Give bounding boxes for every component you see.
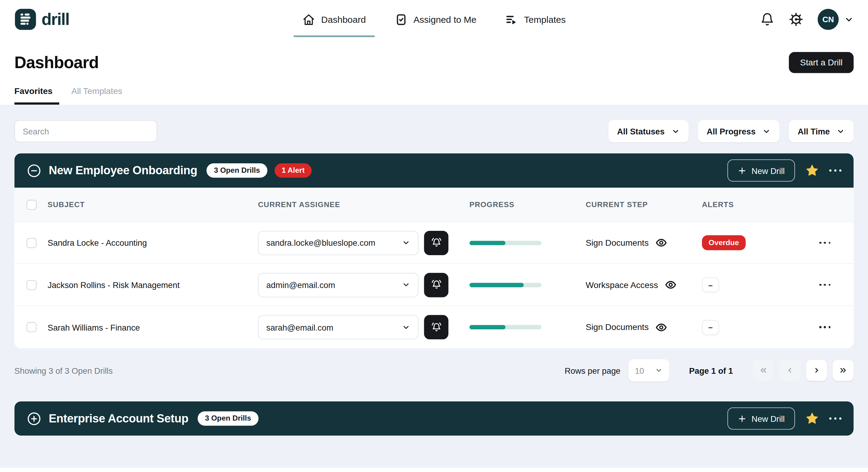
assignee-select[interactable]: sarah@email.com	[258, 315, 418, 339]
filter-row: All Statuses All Progress All Time	[14, 120, 854, 142]
page-title: Dashboard	[14, 53, 98, 72]
brand-logo[interactable]: drill	[14, 8, 69, 30]
avatar: CN	[817, 9, 838, 30]
progress-bar	[470, 325, 542, 329]
no-alert-badge[interactable]: –	[702, 320, 719, 335]
column-header-step: CURRENT STEP	[586, 200, 702, 209]
view-step-eye-icon[interactable]	[655, 321, 668, 334]
page-head: Dashboard Start a Drill	[0, 39, 868, 73]
new-drill-button[interactable]: New Drill	[727, 159, 795, 182]
group-more-menu-icon[interactable]	[829, 169, 841, 172]
no-alert-badge[interactable]: –	[702, 277, 719, 292]
row-menu-cell	[819, 326, 841, 328]
current-step-label: Sign Documents	[586, 238, 649, 248]
next-page-button[interactable]	[806, 360, 827, 381]
row-checkbox[interactable]	[27, 280, 36, 290]
group-header: New Employee Onboarding 3 Open Drills 1 …	[14, 153, 854, 188]
showing-count-text: Showing 3 of 3 Open Drills	[14, 366, 113, 375]
group-actions: New Drill	[727, 159, 841, 182]
column-header-assignee: CURRENT ASSIGNEE	[258, 200, 469, 209]
view-step-eye-icon[interactable]	[664, 279, 677, 291]
group-actions: New Drill	[727, 408, 841, 430]
group-header: Enterprise Account Setup 3 Open Drills N…	[14, 402, 854, 436]
group-enterprise-account-setup: Enterprise Account Setup 3 Open Drills N…	[14, 402, 854, 436]
view-tabs: Favorites All Templates	[0, 86, 868, 105]
top-actions: CN	[760, 9, 854, 30]
row-checkbox[interactable]	[27, 238, 36, 248]
progress-cell	[470, 283, 586, 287]
subject-cell: Sarah Williams - Finance	[48, 322, 258, 332]
nav-item-assigned-to-me[interactable]: Assigned to Me	[395, 0, 476, 39]
chevron-down-icon	[671, 127, 679, 135]
page-indicator: Page 1 of 1	[689, 366, 733, 375]
current-step-cell: Sign Documents	[586, 236, 702, 249]
row-menu-cell	[819, 284, 841, 286]
column-header-subject: SUBJECT	[48, 200, 258, 209]
notifications-bell-icon[interactable]	[760, 12, 774, 27]
open-drills-badge: 3 Open Drills	[198, 411, 258, 426]
table-header-row: SUBJECT CURRENT ASSIGNEE PROGRESS CURREN…	[14, 188, 854, 222]
nav-label: Assigned to Me	[414, 14, 476, 25]
template-list-icon	[505, 13, 518, 26]
notify-assignee-button[interactable]	[424, 273, 448, 297]
last-page-button[interactable]	[833, 360, 854, 381]
user-menu[interactable]: CN	[817, 9, 854, 30]
first-page-button[interactable]	[753, 360, 774, 381]
bell-ring-icon	[430, 237, 442, 249]
tab-favorites[interactable]: Favorites	[14, 86, 52, 105]
row-menu-cell	[819, 242, 841, 244]
progress-filter-label: All Progress	[707, 127, 756, 136]
select-all-checkbox[interactable]	[27, 199, 36, 210]
alerts-cell: Overdue	[702, 235, 819, 250]
alert-badge: 1 Alert	[274, 163, 312, 177]
new-drill-label: New Drill	[751, 166, 785, 175]
progress-filter-dropdown[interactable]: All Progress	[698, 120, 779, 142]
tab-all-templates[interactable]: All Templates	[71, 86, 122, 105]
assignee-select[interactable]: admin@email.com	[258, 273, 418, 297]
statuses-filter-dropdown[interactable]: All Statuses	[608, 120, 688, 142]
chevron-down-icon	[836, 127, 845, 135]
notify-assignee-button[interactable]	[424, 230, 448, 255]
nav-item-templates[interactable]: Templates	[505, 0, 566, 39]
open-drills-badge: 3 Open Drills	[207, 163, 267, 177]
home-icon	[302, 13, 315, 26]
search-input[interactable]	[14, 120, 157, 142]
app-viewport: drill Dashboard Assigned to Me	[0, 0, 868, 472]
previous-page-button[interactable]	[779, 360, 801, 381]
bell-ring-icon	[430, 279, 442, 290]
chevron-down-icon	[402, 281, 410, 289]
view-step-eye-icon[interactable]	[655, 236, 668, 249]
statuses-filter-label: All Statuses	[617, 127, 664, 136]
current-step-cell: Sign Documents	[586, 321, 702, 334]
favorite-star-icon[interactable]	[805, 164, 818, 177]
collapse-circle-minus-icon[interactable]	[27, 163, 41, 178]
row-more-menu-icon[interactable]	[819, 242, 841, 244]
new-drill-button[interactable]: New Drill	[727, 408, 795, 430]
settings-gear-icon[interactable]	[789, 12, 803, 27]
group-new-employee-onboarding: New Employee Onboarding 3 Open Drills 1 …	[14, 153, 854, 348]
start-a-drill-button[interactable]: Start a Drill	[789, 52, 854, 73]
chevron-down-icon	[762, 127, 770, 135]
notify-assignee-button[interactable]	[424, 315, 448, 339]
rows-per-page-select[interactable]: 10	[628, 359, 670, 381]
row-checkbox[interactable]	[27, 322, 36, 332]
group-more-menu-icon[interactable]	[829, 417, 841, 420]
assignee-select[interactable]: sandra.locke@blueslope.com	[258, 230, 418, 255]
current-step-cell: Workspace Access	[586, 279, 702, 291]
current-step-label: Sign Documents	[586, 322, 649, 332]
nav-label: Templates	[524, 14, 566, 25]
time-filter-dropdown[interactable]: All Time	[789, 120, 854, 142]
assignee-value: sandra.locke@blueslope.com	[267, 238, 376, 248]
current-step-label: Workspace Access	[586, 280, 658, 290]
chevron-down-icon	[655, 367, 662, 374]
drill-logo-icon	[14, 8, 36, 30]
time-filter-label: All Time	[798, 127, 830, 136]
expand-circle-plus-icon[interactable]	[27, 411, 41, 426]
group-title: Enterprise Account Setup	[49, 412, 188, 425]
chevron-down-icon	[844, 14, 854, 24]
row-more-menu-icon[interactable]	[819, 326, 841, 328]
row-more-menu-icon[interactable]	[819, 284, 841, 286]
chevron-down-icon	[402, 323, 410, 331]
nav-item-dashboard[interactable]: Dashboard	[302, 0, 366, 39]
favorite-star-icon[interactable]	[805, 412, 818, 425]
